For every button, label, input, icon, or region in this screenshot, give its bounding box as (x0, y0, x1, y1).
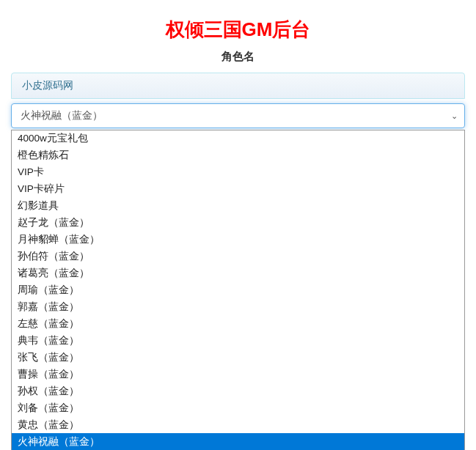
dropdown-option[interactable]: 曹操（蓝金） (12, 366, 464, 383)
dropdown-option[interactable]: 赵子龙（蓝金） (12, 214, 464, 231)
main-container: 权倾三国GM后台 角色名 小皮源码网 ⌄ 20亿礼包4000w元宝礼包橙色精炼石… (11, 11, 465, 450)
item-select[interactable] (11, 103, 465, 128)
dropdown-option[interactable]: 幻影道具 (12, 197, 464, 214)
dropdown-option[interactable]: 周瑜（蓝金） (12, 281, 464, 298)
dropdown-option[interactable]: 月神貂蝉（蓝金） (12, 231, 464, 248)
dropdown-option[interactable]: 孙权（蓝金） (12, 383, 464, 399)
select-wrapper: ⌄ (11, 103, 465, 128)
dropdown-option[interactable]: 诸葛亮（蓝金） (12, 265, 464, 281)
dropdown-option[interactable]: 左慈（蓝金） (12, 315, 464, 332)
dropdown-option[interactable]: 张飞（蓝金） (12, 349, 464, 366)
dropdown-option[interactable]: 刘备（蓝金） (12, 399, 464, 416)
dropdown-option[interactable]: 典韦（蓝金） (12, 332, 464, 349)
dropdown-option[interactable]: 黄忠（蓝金） (12, 416, 464, 433)
dropdown-option[interactable]: 4000w元宝礼包 (12, 130, 464, 147)
page-title: 权倾三国GM后台 (11, 11, 465, 50)
page-subtitle: 角色名 (11, 50, 465, 73)
dropdown-option[interactable]: 橙色精炼石 (12, 147, 464, 163)
dropdown-list[interactable]: 20亿礼包4000w元宝礼包橙色精炼石VIP卡VIP卡碎片幻影道具赵子龙（蓝金）… (11, 130, 465, 450)
panel-heading: 小皮源码网 (11, 73, 465, 99)
dropdown-option[interactable]: 火神祝融（蓝金） (12, 433, 464, 450)
dropdown-option[interactable]: 孙伯符（蓝金） (12, 248, 464, 265)
dropdown-option[interactable]: VIP卡 (12, 163, 464, 180)
dropdown-option[interactable]: 郭嘉（蓝金） (12, 298, 464, 315)
dropdown-option[interactable]: VIP卡碎片 (12, 180, 464, 197)
